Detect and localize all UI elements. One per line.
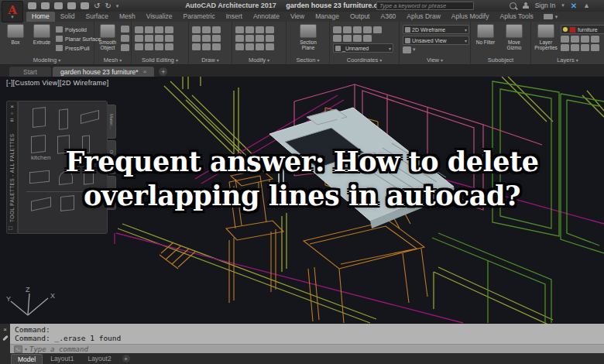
ucs-tool-icon[interactable]: [353, 35, 362, 42]
layer-tool-icon[interactable]: [591, 44, 599, 51]
ucs-tool-icon[interactable]: [363, 35, 372, 42]
block-thumbnail[interactable]: [81, 110, 99, 124]
ucs-tool-icon[interactable]: [373, 26, 382, 33]
draw-tool-icon[interactable]: [212, 26, 221, 33]
named-view-dropdown[interactable]: Unsaved View▾: [403, 36, 469, 45]
draw-tool-icon[interactable]: [192, 43, 201, 50]
block-thumbnail[interactable]: [33, 107, 46, 128]
modify-tool-icon[interactable]: [235, 35, 244, 42]
ucs-tool-icon[interactable]: [333, 26, 341, 33]
ribbon-tab-aplus-modify[interactable]: Aplus Modify: [446, 12, 495, 22]
ribbon-tab-surface[interactable]: Surface: [81, 12, 114, 22]
ribbon-tab-annotate[interactable]: Annotate: [248, 12, 285, 22]
solid-editing-icon[interactable]: [155, 43, 163, 50]
ribbon-tab-aplus-tools[interactable]: Aplus Tools: [494, 12, 538, 22]
layer-tool-icon[interactable]: [581, 44, 589, 51]
view-tool-icon[interactable]: [403, 46, 411, 53]
palette-autohide-icon[interactable]: ▫: [11, 110, 13, 117]
palette-close-icon[interactable]: ×: [10, 103, 14, 110]
tab-model[interactable]: Model: [11, 354, 43, 364]
palette-side-tab-materials[interactable]: Mater...: [107, 105, 116, 139]
file-tab-document[interactable]: garden house 23 furniture* ×: [53, 67, 154, 77]
solid-editing-icon[interactable]: [135, 26, 143, 33]
modify-tool-icon[interactable]: [266, 26, 274, 33]
modify-tool-icon[interactable]: [256, 43, 264, 50]
solid-editing-icon[interactable]: [135, 43, 143, 50]
draw-tool-icon[interactable]: [202, 26, 211, 33]
search-input[interactable]: [376, 2, 474, 10]
solid-editing-icon[interactable]: [135, 35, 143, 42]
viewport-view-control[interactable]: [Custom View]: [13, 79, 60, 87]
viewport-visual-style-control[interactable]: [2D Wireframe]: [60, 79, 108, 87]
modify-tool-icon[interactable]: [235, 43, 244, 50]
command-history[interactable]: Command: Command: _.erase 1 found: [10, 324, 604, 344]
ribbon-tab-aplus-draw[interactable]: Aplus Draw: [401, 12, 445, 22]
modify-tool-icon[interactable]: [266, 35, 274, 42]
panel-label-mesh[interactable]: Mesh ▾: [94, 57, 131, 64]
panel-label-coordinates[interactable]: Coordinates ▾: [330, 57, 399, 64]
layer-tool-icon[interactable]: [571, 36, 579, 43]
save-icon[interactable]: [54, 2, 63, 9]
modify-tool-icon[interactable]: [256, 35, 264, 42]
solid-editing-icon[interactable]: [145, 26, 153, 33]
ribbon-tab-insert[interactable]: Insert: [221, 12, 248, 22]
mesh-tool-icon[interactable]: [121, 35, 129, 42]
ribbon-display-caret-icon[interactable]: ▾: [555, 14, 558, 20]
panel-label-subobject[interactable]: Subobject: [471, 57, 530, 64]
sign-in-button[interactable]: Sign In: [535, 2, 555, 9]
drawing-canvas[interactable]: [-][Custom View][2D Wireframe]: [0, 77, 604, 324]
solid-editing-icon[interactable]: [165, 26, 173, 33]
layer-properties-button[interactable]: Layer Properties: [533, 24, 559, 50]
new-file-icon[interactable]: [28, 2, 36, 9]
command-close-icon[interactable]: ×: [3, 327, 7, 333]
layer-dropdown[interactable]: furniture: [561, 25, 604, 34]
panel-label-modeling[interactable]: Modeling ▾: [0, 57, 94, 64]
smooth-object-button[interactable]: Smooth Object: [96, 24, 119, 50]
box-button[interactable]: Box: [3, 24, 28, 45]
ribbon-tab-a360[interactable]: A360: [375, 12, 401, 22]
ribbon-tab-manage[interactable]: Manage: [310, 12, 345, 22]
solid-editing-icon[interactable]: [165, 43, 173, 50]
command-caret-icon[interactable]: ▾: [25, 346, 27, 352]
solid-editing-icon[interactable]: [155, 26, 163, 33]
section-plane-button[interactable]: Section Plane: [296, 24, 321, 50]
ucs-named-dropdown[interactable]: _Unnamed▾: [333, 43, 393, 53]
new-drawing-tab-button[interactable]: +: [159, 67, 167, 76]
modify-tool-icon[interactable]: [245, 35, 254, 42]
layer-tool-icon[interactable]: [591, 36, 599, 43]
close-icon[interactable]: ×: [143, 68, 147, 75]
solid-editing-icon[interactable]: [155, 35, 163, 42]
move-gizmo-button[interactable]: Move Gizmo: [502, 24, 527, 50]
ucs-tool-icon[interactable]: [343, 26, 352, 33]
a360-icon[interactable]: ✕: [571, 2, 577, 10]
modify-tool-icon[interactable]: [256, 26, 264, 33]
layer-tool-icon[interactable]: [561, 36, 569, 43]
user-icon[interactable]: [523, 2, 529, 9]
ucs-tool-icon[interactable]: [333, 35, 341, 42]
panel-label-modify[interactable]: Modify ▾: [232, 57, 286, 64]
modify-tool-icon[interactable]: [245, 26, 254, 33]
solid-editing-icon[interactable]: [145, 35, 153, 42]
ribbon-tab-solid[interactable]: Solid: [55, 12, 81, 22]
new-layout-button[interactable]: +: [122, 355, 130, 362]
ribbon-tab-parametric[interactable]: Parametric: [178, 12, 221, 22]
panel-label-section[interactable]: Section ▾: [287, 57, 329, 64]
panel-label-solid-editing[interactable]: Solid Editing ▾: [132, 57, 188, 64]
draw-tool-icon[interactable]: [202, 43, 211, 50]
mesh-tool-icon[interactable]: [121, 44, 129, 51]
undo-icon[interactable]: ↺: [94, 2, 100, 10]
draw-tool-icon[interactable]: [212, 43, 221, 50]
open-file-icon[interactable]: [41, 2, 50, 9]
search-icon[interactable]: [510, 2, 516, 9]
draw-tool-icon[interactable]: [202, 35, 211, 42]
view-tool-caret-icon[interactable]: ▾: [413, 46, 416, 53]
command-input[interactable]: ›_ ▾ Type a command: [10, 344, 604, 353]
wrench-icon[interactable]: [2, 335, 9, 342]
visual-style-dropdown[interactable]: 2D Wireframe▾: [403, 25, 469, 34]
palette-properties-icon[interactable]: ≡: [10, 117, 14, 124]
ribbon-tab-mesh[interactable]: Mesh: [114, 12, 141, 22]
layer-tool-icon[interactable]: [561, 44, 569, 51]
mesh-tool-icon[interactable]: [121, 26, 129, 33]
ucs-tool-icon[interactable]: [353, 26, 362, 33]
application-menu-button[interactable]: A ▼: [2, 1, 23, 22]
